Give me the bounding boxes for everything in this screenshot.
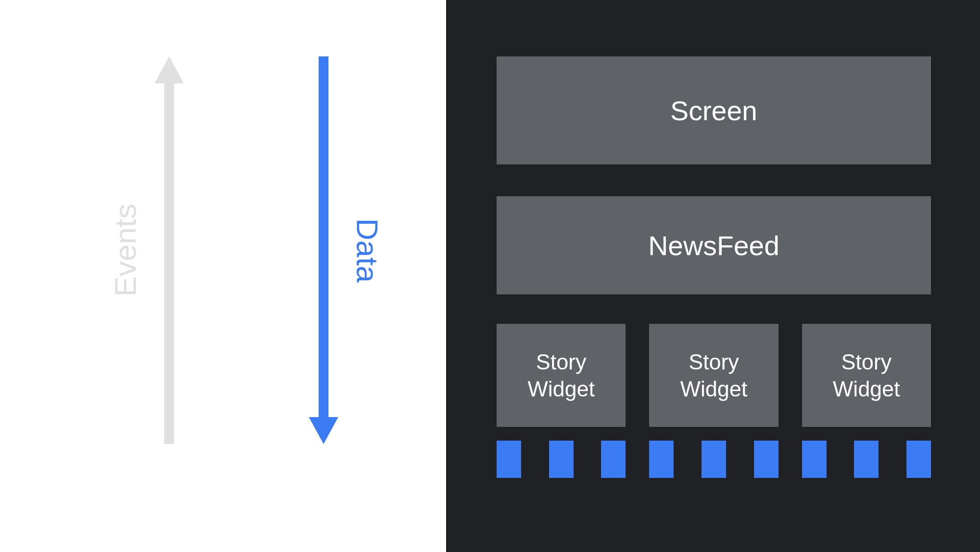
chip-icon — [601, 441, 626, 478]
arrows-panel: Events Data — [0, 0, 446, 552]
chips-row — [497, 441, 931, 478]
story-widget: StoryWidget — [802, 324, 931, 427]
hierarchy-panel: Screen NewsFeed StoryWidget StoryWidget … — [446, 0, 980, 552]
chip-icon — [497, 441, 521, 478]
svg-marker-1 — [309, 56, 338, 444]
chip-icon — [802, 441, 827, 478]
story-widget: StoryWidget — [649, 324, 778, 427]
chip-group — [497, 441, 626, 478]
chip-icon — [702, 441, 726, 478]
events-arrow-label: Events — [108, 204, 143, 297]
story-widget: StoryWidget — [497, 324, 626, 427]
chip-icon — [754, 441, 779, 478]
chip-icon — [549, 441, 574, 478]
screen-label: Screen — [670, 95, 757, 127]
screen-box: Screen — [497, 56, 931, 164]
data-arrow-label: Data — [350, 218, 385, 283]
story-widget-label: StoryWidget — [680, 348, 748, 402]
chip-icon — [649, 441, 674, 478]
svg-marker-0 — [154, 56, 184, 444]
story-widget-label: StoryWidget — [528, 348, 595, 402]
chip-group — [649, 441, 778, 478]
newsfeed-label: NewsFeed — [648, 230, 779, 262]
events-arrow-group: Events — [108, 56, 184, 444]
data-arrow-group: Data — [309, 56, 385, 444]
chip-icon — [854, 441, 879, 478]
chip-icon — [906, 441, 931, 478]
newsfeed-box: NewsFeed — [497, 196, 931, 294]
chip-group — [802, 441, 931, 478]
story-widget-label: StoryWidget — [833, 348, 900, 402]
story-widgets-row: StoryWidget StoryWidget StoryWidget — [497, 324, 931, 427]
arrow-down-icon — [309, 56, 338, 444]
arrow-up-icon — [154, 56, 184, 444]
